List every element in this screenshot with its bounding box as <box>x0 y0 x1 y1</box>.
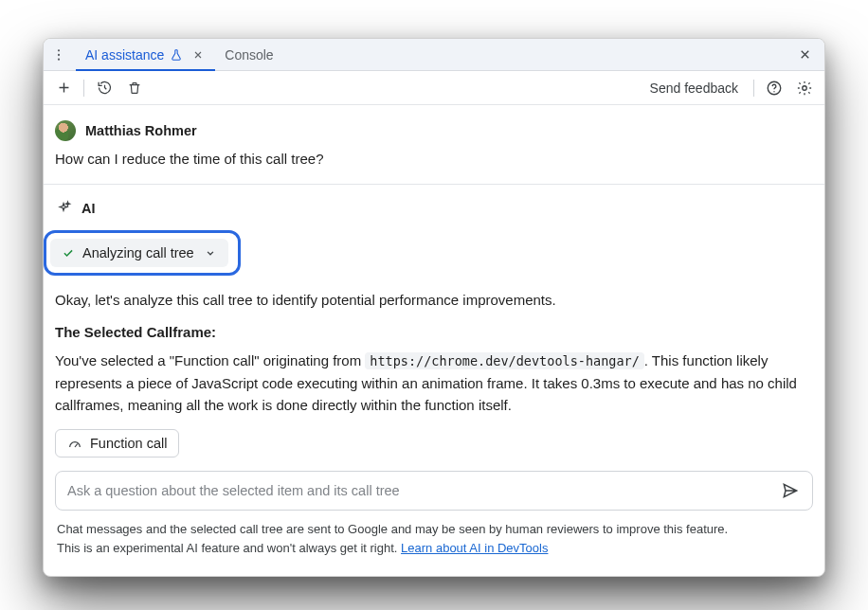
user-message-header: Matthias Rohmer <box>55 120 813 141</box>
disclaimer-line2-prefix: This is an experimental AI feature and w… <box>57 541 401 555</box>
message-divider <box>44 184 824 185</box>
toolbar-divider <box>83 80 84 97</box>
devtools-panel: AI assistance Console <box>43 38 825 577</box>
chevron-down-icon <box>204 246 217 260</box>
help-button[interactable] <box>762 76 787 100</box>
send-icon <box>781 481 800 500</box>
close-icon <box>192 49 204 61</box>
kebab-icon <box>51 47 66 63</box>
history-icon <box>97 80 113 96</box>
more-tabs-button[interactable] <box>47 44 70 66</box>
help-icon <box>766 80 783 97</box>
send-button[interactable] <box>776 476 805 505</box>
tab-console[interactable]: Console <box>215 39 282 71</box>
flask-icon <box>170 48 183 62</box>
svg-point-0 <box>58 49 60 51</box>
tab-label: Console <box>225 47 273 63</box>
ai-section-heading: The Selected Callframe: <box>55 324 813 340</box>
plus-icon <box>56 80 72 96</box>
chat-area: Matthias Rohmer How can I reduce the tim… <box>44 105 824 576</box>
user-name: Matthias Rohmer <box>85 123 197 138</box>
disclaimer-line1: Chat messages and the selected call tree… <box>57 522 728 536</box>
tab-strip: AI assistance Console <box>44 39 824 71</box>
user-message-text: How can I reduce the time of this call t… <box>55 151 813 167</box>
delete-button[interactable] <box>122 76 147 100</box>
history-button[interactable] <box>92 76 117 100</box>
send-feedback-link[interactable]: Send feedback <box>642 81 746 96</box>
toolbar: Send feedback <box>44 71 824 105</box>
svg-point-2 <box>58 58 60 60</box>
sparkle-icon <box>55 200 72 217</box>
ai-body-text: You've selected a "Function call" origin… <box>55 350 813 416</box>
tab-close-button[interactable] <box>190 47 206 63</box>
ai-body-prefix: You've selected a "Function call" origin… <box>55 352 365 368</box>
highlighted-annotation: Analyzing call tree <box>44 230 241 276</box>
settings-button[interactable] <box>792 76 817 100</box>
analysis-status-chip[interactable]: Analyzing call tree <box>50 239 228 267</box>
ai-label: AI <box>81 201 96 216</box>
svg-point-5 <box>803 85 807 90</box>
function-call-chip[interactable]: Function call <box>55 429 179 458</box>
ai-message-header: AI <box>55 200 813 217</box>
disclaimer-text: Chat messages and the selected call tree… <box>55 520 813 566</box>
trash-icon <box>127 81 142 96</box>
status-chip-label: Analyzing call tree <box>82 245 194 260</box>
gear-icon <box>796 80 813 97</box>
gauge-icon <box>67 436 82 451</box>
ai-intro-text: Okay, let's analyze this call tree to id… <box>55 289 813 311</box>
close-icon <box>798 47 812 62</box>
function-chip-label: Function call <box>90 436 167 451</box>
chat-input-row <box>55 471 813 511</box>
check-icon <box>62 246 75 260</box>
tab-label: AI assistance <box>85 47 164 63</box>
panel-close-button[interactable] <box>792 43 817 67</box>
user-avatar <box>55 120 76 141</box>
learn-more-link[interactable]: Learn about AI in DevTools <box>401 541 548 555</box>
svg-point-1 <box>58 53 60 55</box>
new-chat-button[interactable] <box>51 76 76 100</box>
ai-body-code: https://chrome.dev/devtools-hangar/ <box>365 352 643 369</box>
svg-point-4 <box>773 91 774 92</box>
chat-input[interactable] <box>67 483 776 498</box>
toolbar-divider <box>753 80 754 97</box>
tab-ai-assistance[interactable]: AI assistance <box>76 39 215 71</box>
